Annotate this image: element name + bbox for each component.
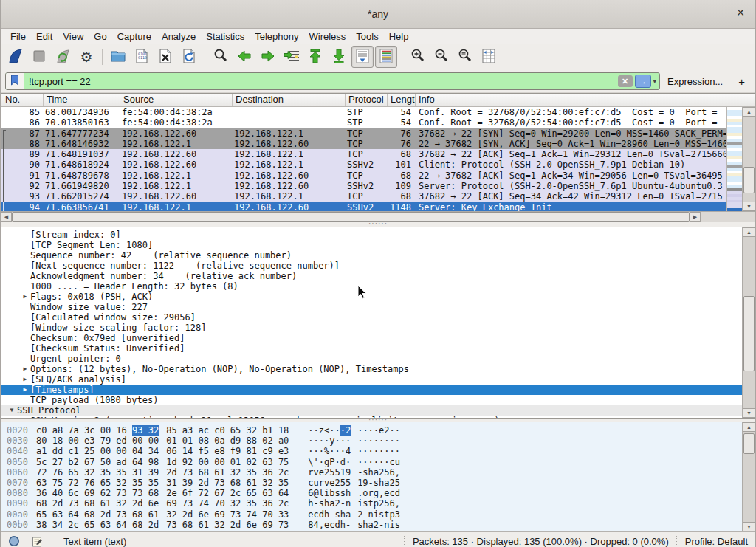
detail-line[interactable]: ▼SSH Protocol: [1, 405, 742, 416]
ascii-bytes[interactable]: -sha256,: [357, 467, 400, 478]
ascii-bytes[interactable]: 6@libssh: [308, 488, 351, 498]
hex-bytes[interactable]: 36 40 6c 69 62 73 73 68: [36, 488, 159, 498]
capture-options-button[interactable]: ⚙: [75, 46, 97, 68]
packet-row[interactable]: 9071.648618924192.168.122.60192.168.122.…: [1, 159, 726, 170]
menu-analyze[interactable]: Analyze: [157, 30, 201, 43]
hex-bytes[interactable]: 85 a3 ac c0 65 32 b1 18: [166, 425, 289, 436]
expander-collapsed-icon[interactable]: ▶: [20, 292, 30, 302]
menu-tools[interactable]: Tools: [351, 30, 383, 43]
scroll-down-icon[interactable]: ▼: [743, 202, 755, 211]
first-packet-button[interactable]: [304, 46, 326, 68]
detail-line[interactable]: [Calculated window size: 29056]: [1, 312, 742, 323]
resize-columns-button[interactable]: [478, 46, 500, 68]
previous-packet-button[interactable]: [233, 46, 255, 68]
hex-row[interactable]: 00b038 34 2c 65 63 64 68 2d73 68 61 32 2…: [1, 520, 742, 530]
hex-bytes[interactable]: 73 68 61 32 2d 6e 69 73: [166, 520, 289, 530]
ascii-bytes[interactable]: sha2-nis: [357, 520, 400, 530]
scroll-left-icon[interactable]: ◀: [1, 212, 12, 222]
expert-info-icon[interactable]: [8, 535, 20, 547]
ascii-bytes[interactable]: 19-sha25: [357, 478, 400, 488]
hex-bytes[interactable]: 31 39 2d 73 68 61 32 35: [166, 478, 289, 488]
expander-collapsed-icon[interactable]: ▶: [20, 385, 30, 395]
scroll-thumb[interactable]: [743, 296, 755, 371]
hex-bytes[interactable]: 5c 27 b2 67 50 ad 64 98: [36, 457, 159, 467]
ascii-bytes[interactable]: 2-nistp3: [357, 509, 400, 520]
detail-line[interactable]: Sequence number: 42 (relative sequence n…: [1, 250, 742, 261]
detail-line[interactable]: Urgent pointer: 0: [1, 354, 742, 364]
hex-bytes[interactable]: 80 18 00 e3 79 ed 00 00: [36, 436, 159, 446]
detail-line[interactable]: ▶Options: (12 bytes), No-Operation (NOP)…: [1, 364, 742, 374]
close-file-button[interactable]: [154, 46, 176, 68]
hex-bytes[interactable]: 63 75 72 76 65 32 35 35: [36, 478, 159, 488]
menu-go[interactable]: Go: [89, 30, 111, 43]
filter-add-button[interactable]: +: [732, 75, 751, 88]
filter-apply-icon[interactable]: →: [635, 75, 651, 88]
colorize-button[interactable]: [375, 46, 397, 68]
scroll-up-icon[interactable]: ▲: [743, 107, 755, 117]
ascii-bytes[interactable]: \'·gP·d·: [308, 457, 351, 467]
column-header-no[interactable]: No.: [1, 94, 44, 106]
menu-telephony[interactable]: Telephony: [250, 30, 303, 43]
hex-bytes[interactable]: 69 73 74 70 32 35 36 2c: [166, 498, 289, 509]
save-file-button[interactable]: 01010110: [131, 46, 153, 68]
reload-file-button[interactable]: [178, 46, 200, 68]
scroll-up-icon[interactable]: ▲: [743, 422, 755, 432]
expression-button[interactable]: Expression...: [660, 76, 730, 87]
menu-help[interactable]: Help: [384, 30, 414, 43]
scroll-thumb[interactable]: [743, 167, 755, 193]
ascii-bytes[interactable]: istp256,: [357, 498, 400, 509]
ascii-bytes[interactable]: ······cu: [357, 457, 400, 467]
ascii-bytes[interactable]: .org,ecd: [357, 488, 400, 498]
next-packet-button[interactable]: [257, 46, 279, 68]
hex-row[interactable]: 0020c0 a8 7a 3c 00 16 93 3285 a3 ac c0 6…: [1, 425, 742, 436]
detail-line[interactable]: [Checksum Status: Unverified]: [1, 343, 742, 354]
menu-statistics[interactable]: Statistics: [201, 30, 250, 43]
hex-row[interactable]: 008036 40 6c 69 62 73 73 682e 6f 72 67 2…: [1, 488, 742, 498]
packet-list-minimap[interactable]: [726, 107, 742, 211]
detail-line[interactable]: ▶[SEQ/ACK analysis]: [1, 374, 742, 385]
hex-bytes[interactable]: 72 76 65 32 35 35 31 39: [36, 467, 159, 478]
zoom-in-button[interactable]: [407, 46, 429, 68]
hex-bytes[interactable]: 06 14 f5 e8 f9 81 c9 e3: [166, 446, 289, 456]
detail-line[interactable]: ▶Flags: 0x018 (PSH, ACK): [1, 292, 742, 302]
hex-row[interactable]: 007063 75 72 76 65 32 35 3531 39 2d 73 6…: [1, 478, 742, 488]
profile-status[interactable]: Profile: Default: [685, 536, 748, 547]
filter-dropdown-icon[interactable]: ▾: [653, 78, 657, 85]
ascii-bytes[interactable]: ········: [357, 436, 400, 446]
expander-collapsed-icon[interactable]: ▶: [20, 364, 30, 374]
hex-bytes[interactable]: 2e 6f 72 67 2c 65 63 64: [166, 488, 289, 498]
filter-clear-icon[interactable]: ✕: [618, 75, 633, 87]
column-header-length[interactable]: Length: [388, 94, 416, 106]
capture-comment-icon[interactable]: [32, 536, 43, 547]
detail-line[interactable]: TCP payload (1080 bytes): [1, 395, 742, 405]
scroll-right-icon[interactable]: ▶: [690, 212, 701, 222]
details-vscroll[interactable]: ▲ ▼: [742, 227, 755, 418]
hex-row[interactable]: 003080 18 00 e3 79 ed 00 0001 01 08 0a d…: [1, 436, 742, 446]
scroll-up-icon[interactable]: ▲: [743, 227, 755, 237]
expander-collapsed-icon[interactable]: ▶: [20, 374, 30, 385]
packet-row[interactable]: 8670.013850163fe:54:00:d4:38:2aSTP54Conf…: [1, 117, 726, 128]
start-capture-button[interactable]: [4, 46, 27, 68]
hex-row[interactable]: 009068 2d 73 68 61 32 2d 6e69 73 74 70 3…: [1, 498, 742, 509]
zoom-100-button[interactable]: [454, 46, 476, 68]
packet-row[interactable]: 9371.662015274192.168.122.60192.168.122.…: [1, 191, 726, 202]
title-bar[interactable]: *any ✕: [1, 0, 755, 29]
detail-line[interactable]: 1000 .... = Header Length: 32 bytes (8): [1, 281, 742, 292]
find-packet-button[interactable]: [210, 46, 232, 68]
detail-line[interactable]: [TCP Segment Len: 1080]: [1, 240, 742, 250]
ascii-bytes[interactable]: h-sha2-n: [308, 498, 351, 509]
menu-capture[interactable]: Capture: [112, 30, 157, 43]
hex-bytes[interactable]: 2d 73 68 61 32 35 36 2c: [166, 467, 289, 478]
ascii-bytes[interactable]: ····y···: [308, 436, 351, 446]
hex-bytes[interactable]: 65 63 64 68 2d 73 68 61: [36, 509, 159, 520]
stop-capture-button[interactable]: [28, 46, 50, 68]
scroll-thumb[interactable]: [12, 212, 690, 222]
hex-row[interactable]: 00505c 27 b2 67 50 ad 64 981d 92 00 00 0…: [1, 457, 742, 467]
scroll-down-icon[interactable]: ▼: [743, 408, 755, 418]
column-header-destination[interactable]: Destination: [233, 94, 346, 106]
filter-value[interactable]: !tcp.port == 22: [24, 76, 618, 87]
scroll-thumb[interactable]: [743, 433, 755, 454]
packet-row[interactable]: 9471.663856741192.168.122.1192.168.122.6…: [1, 202, 726, 211]
open-file-button[interactable]: [107, 46, 129, 68]
packet-row[interactable]: 8871.648146932192.168.122.1192.168.122.6…: [1, 139, 726, 149]
